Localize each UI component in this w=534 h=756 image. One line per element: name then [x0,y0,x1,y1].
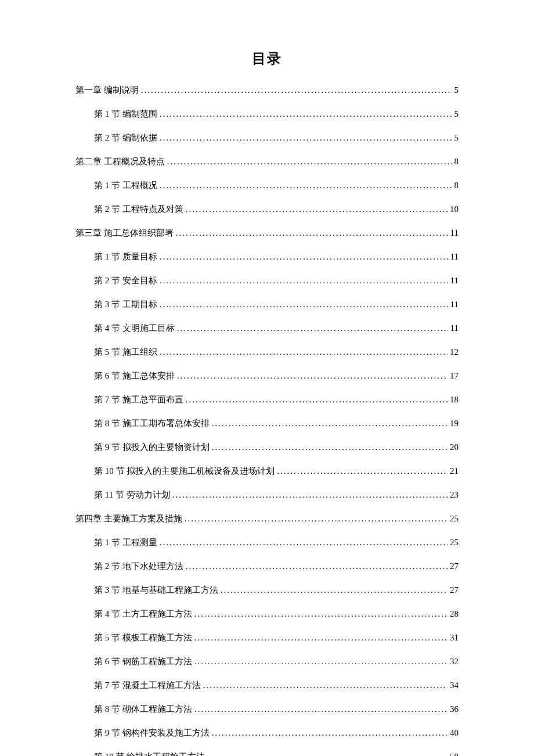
toc-entry-page: 8 [454,179,459,192]
toc-entry-page: 11 [450,275,459,287]
toc-entry: 第 6 节 钢筋工程施工方法32 [75,656,459,668]
toc-entry: 第 7 节 混凝土工程施工方法34 [75,679,459,692]
toc-entry: 第 10 节 拟投入的主要施工机械设备及进场计划21 [75,465,459,477]
toc-leader-dots [160,251,448,263]
toc-entry: 第 11 节 劳动力计划23 [75,489,459,501]
toc-entry-page: 32 [450,656,459,668]
toc-leader-dots [212,727,448,739]
toc-entry: 第 7 节 施工总平面布置18 [75,394,459,406]
toc-leader-dots [160,132,452,144]
toc-title: 目录 [75,49,459,68]
toc-entry-label: 第 4 节 土方工程施工方法 [94,608,192,620]
toc-entry: 第 9 节 拟投入的主要物资计划20 [75,441,459,453]
toc-entry: 第 6 节 施工总体安排17 [75,370,459,382]
toc-entry-page: 11 [450,298,459,311]
toc-entry: 第二章 工程概况及特点8 [75,156,459,168]
toc-entry-label: 第 1 节 质量目标 [94,251,157,263]
toc-leader-dots [167,156,452,168]
toc-entry: 第 8 节 施工工期布署总体安排19 [75,417,459,430]
toc-leader-dots [194,632,448,644]
toc-entry-label: 第 1 节 工程概况 [94,179,157,192]
toc-entry: 第 1 节 质量目标11 [75,251,459,263]
toc-leader-dots [186,394,448,406]
toc-entry-page: 5 [454,84,459,96]
toc-entry-label: 第 6 节 钢筋工程施工方法 [94,656,192,668]
toc-leader-dots [186,203,448,215]
toc-entry-page: 27 [450,584,459,596]
toc-entry: 第 2 节 工程特点及对策10 [75,203,459,215]
toc-entry-page: 5 [454,132,459,144]
toc-entry-label: 第二章 工程概况及特点 [75,156,165,168]
toc-entry-page: 31 [450,632,459,644]
toc-entry-label: 第 6 节 施工总体安排 [94,370,175,382]
toc-leader-dots [176,227,448,239]
toc-entry-page: 34 [450,679,459,692]
toc-entry: 第四章 主要施工方案及措施25 [75,513,459,525]
toc-entry-label: 第三章 施工总体组织部署 [75,227,174,239]
toc-entry-label: 第 2 节 地下水处理方法 [94,560,183,573]
toc-leader-dots [160,346,448,358]
toc-entry-label: 第 9 节 钢构件安装及施工方法 [94,727,210,739]
toc-entry-label: 第 11 节 劳动力计划 [94,489,170,501]
toc-entry: 第 1 节 编制范围5 [75,108,459,120]
toc-entry: 第 5 节 施工组织12 [75,346,459,358]
toc-entry-page: 23 [450,489,459,501]
toc-leader-dots [185,513,448,525]
toc-entry: 第 4 节 文明施工目标11 [75,322,459,334]
toc-entry-label: 第 8 节 施工工期布署总体安排 [94,417,210,430]
toc-entry-label: 第 7 节 混凝土工程施工方法 [94,679,201,692]
toc-entry-page: 11 [450,251,459,263]
toc-leader-dots [141,84,452,96]
toc-entry: 第 2 节 编制依据5 [75,132,459,144]
toc-leader-dots [212,417,448,430]
toc-entry: 第 8 节 砌体工程施工方法36 [75,703,459,715]
toc-leader-dots [172,489,448,501]
toc-entry: 第三章 施工总体组织部署11 [75,227,459,239]
toc-entry: 第一章 编制说明5 [75,84,459,96]
toc-entry-page: 50 [450,751,459,756]
toc-entry-page: 8 [454,156,459,168]
toc-entry-label: 第四章 主要施工方案及措施 [75,513,182,525]
toc-entry-page: 25 [450,537,459,549]
toc-entry-page: 12 [450,346,459,358]
toc-entry-label: 第 2 节 安全目标 [94,275,157,287]
table-of-contents: 第一章 编制说明5第 1 节 编制范围5第 2 节 编制依据5第二章 工程概况及… [75,84,459,756]
toc-leader-dots [186,560,448,573]
toc-entry-label: 第 10 节 给排水工程施工方法 [94,751,205,756]
toc-entry-page: 21 [450,465,459,477]
toc-entry-label: 第 4 节 文明施工目标 [94,322,175,334]
toc-leader-dots [194,656,448,668]
toc-entry-page: 5 [454,108,459,120]
toc-entry: 第 4 节 土方工程施工方法28 [75,608,459,620]
toc-entry-page: 40 [450,727,459,739]
toc-leader-dots [160,298,448,311]
toc-entry: 第 2 节 安全目标11 [75,275,459,287]
toc-entry-label: 第 7 节 施工总平面布置 [94,394,183,406]
toc-leader-dots [160,179,452,192]
toc-leader-dots [160,275,448,287]
toc-entry-label: 第 10 节 拟投入的主要施工机械设备及进场计划 [94,465,275,477]
toc-leader-dots [203,679,448,692]
toc-entry-page: 18 [450,394,459,406]
toc-entry-page: 20 [450,441,459,453]
toc-leader-dots [212,441,448,453]
toc-entry-label: 第 2 节 编制依据 [94,132,157,144]
toc-entry-label: 第 3 节 工期目标 [94,298,157,311]
toc-entry: 第 5 节 模板工程施工方法31 [75,632,459,644]
toc-leader-dots [277,465,448,477]
toc-entry-page: 19 [450,417,459,430]
toc-entry-page: 11 [450,322,459,334]
toc-leader-dots [160,537,448,549]
toc-entry: 第 1 节 工程概况8 [75,179,459,192]
toc-entry-label: 第 8 节 砌体工程施工方法 [94,703,192,715]
toc-leader-dots [177,370,448,382]
toc-entry-page: 25 [450,513,459,525]
toc-entry: 第 10 节 给排水工程施工方法50 [75,751,459,756]
toc-entry: 第 1 节 工程测量25 [75,537,459,549]
toc-entry-page: 11 [450,227,459,239]
toc-entry-page: 10 [450,203,459,215]
toc-entry-label: 第 5 节 模板工程施工方法 [94,632,192,644]
toc-leader-dots [160,108,452,120]
toc-entry-label: 第 3 节 地基与基础工程施工方法 [94,584,218,596]
toc-entry-label: 第一章 编制说明 [75,84,139,96]
